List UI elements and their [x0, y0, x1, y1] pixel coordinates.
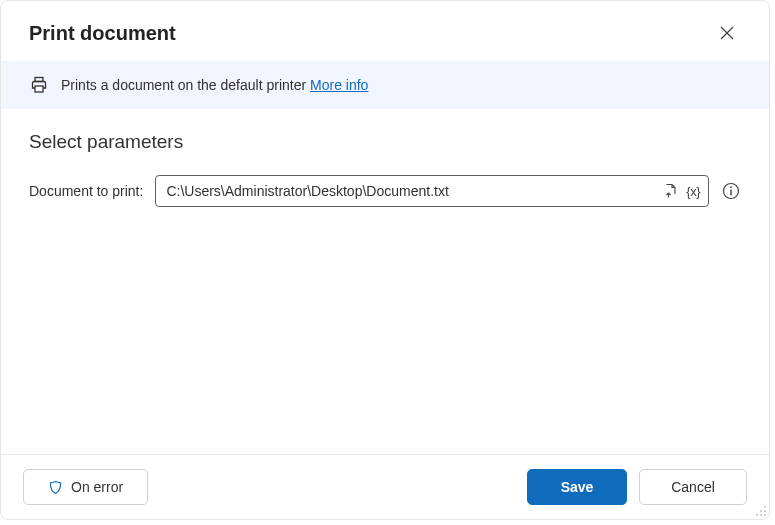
svg-point-7: [764, 506, 766, 508]
svg-rect-3: [35, 86, 43, 92]
banner-text: Prints a document on the default printer…: [61, 77, 368, 93]
cancel-button[interactable]: Cancel: [639, 469, 747, 505]
param-label: Document to print:: [29, 183, 143, 199]
banner-description: Prints a document on the default printer: [61, 77, 310, 93]
dialog-header: Print document: [1, 1, 769, 61]
svg-point-8: [760, 510, 762, 512]
shield-icon: [48, 480, 63, 495]
document-path-input[interactable]: [156, 183, 662, 199]
svg-point-9: [764, 510, 766, 512]
param-row: Document to print: {x}: [29, 175, 741, 207]
input-icons: {x}: [662, 182, 708, 200]
save-label: Save: [561, 479, 594, 495]
param-input-wrapper: {x}: [155, 175, 709, 207]
resize-handle-icon[interactable]: [755, 505, 767, 517]
svg-point-11: [760, 514, 762, 516]
more-info-link[interactable]: More info: [310, 77, 368, 93]
section-title: Select parameters: [29, 131, 741, 153]
close-icon: [720, 26, 734, 40]
footer-actions: Save Cancel: [527, 469, 747, 505]
help-icon[interactable]: [721, 181, 741, 201]
cancel-label: Cancel: [671, 479, 715, 495]
svg-point-10: [756, 514, 758, 516]
dialog-content: Select parameters Document to print: {x}: [1, 109, 769, 454]
info-banner: Prints a document on the default printer…: [1, 61, 769, 109]
dialog-footer: On error Save Cancel: [1, 454, 769, 519]
print-document-dialog: Print document Prints a document on the …: [0, 0, 770, 520]
printer-icon: [29, 75, 49, 95]
on-error-label: On error: [71, 479, 123, 495]
dialog-title: Print document: [29, 22, 176, 45]
svg-point-12: [764, 514, 766, 516]
close-button[interactable]: [713, 19, 741, 47]
on-error-button[interactable]: On error: [23, 469, 148, 505]
save-button[interactable]: Save: [527, 469, 627, 505]
variable-icon[interactable]: {x}: [686, 184, 700, 199]
file-picker-icon[interactable]: [662, 182, 680, 200]
